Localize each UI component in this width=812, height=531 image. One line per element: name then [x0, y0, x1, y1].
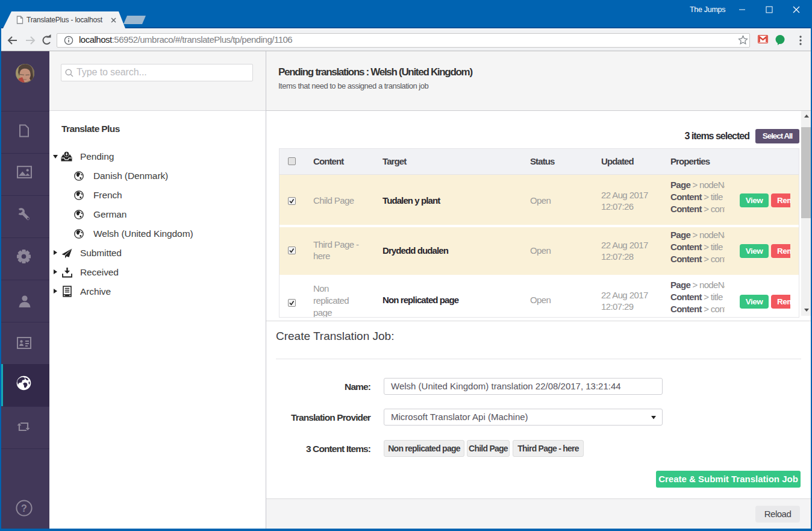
svg-text:?: ?: [21, 503, 27, 514]
